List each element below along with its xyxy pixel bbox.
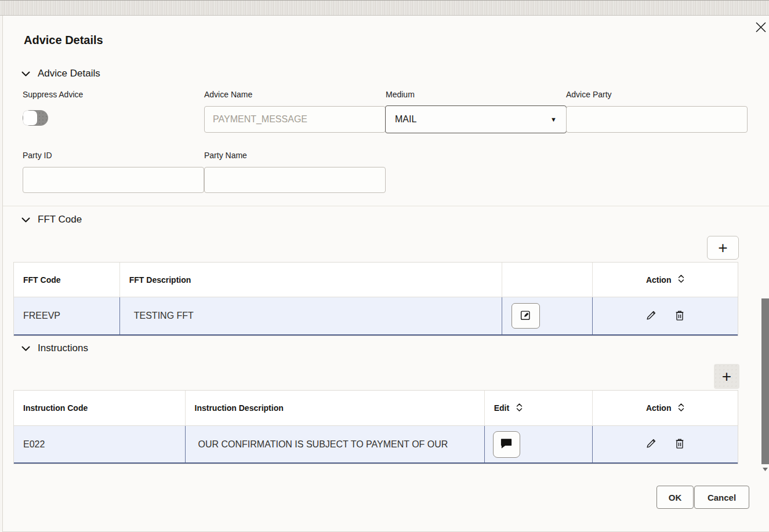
- section-divider: [3, 206, 769, 206]
- section-title: Advice Details: [38, 68, 100, 79]
- medium-selected-value: MAIL: [395, 114, 416, 125]
- party-id-input[interactable]: [23, 167, 204, 193]
- fft-edit-note-button[interactable]: [512, 303, 540, 329]
- chevron-down-icon: [21, 346, 30, 351]
- action-header-label: Action: [646, 275, 672, 285]
- fft-description-cell: TESTING FFT: [120, 297, 502, 334]
- cancel-button[interactable]: Cancel: [694, 486, 749, 509]
- advice-details-modal: Advice Details Advice Details Suppress A…: [2, 16, 769, 532]
- instruction-comment-button[interactable]: [493, 431, 520, 458]
- instruction-action-cell: [593, 426, 738, 462]
- instruction-code-column-header: Instruction Code: [14, 391, 186, 425]
- medium-label: Medium: [386, 90, 415, 99]
- advice-party-label: Advice Party: [566, 90, 612, 99]
- edit-header-label: Edit: [494, 403, 509, 413]
- edit-note-icon: [519, 309, 532, 323]
- fft-table-header: FFT Code FFT Description Action: [14, 263, 738, 297]
- trash-icon: [674, 309, 685, 323]
- fft-table: FFT Code FFT Description Action FREEVP T…: [13, 262, 738, 336]
- modal-title: Advice Details: [24, 34, 103, 47]
- instruction-row-edit-button[interactable]: [645, 437, 658, 451]
- section-header-instructions[interactable]: Instructions: [21, 342, 88, 354]
- scrollbar-down-arrow[interactable]: [761, 464, 769, 472]
- advice-party-input[interactable]: [566, 106, 748, 133]
- fft-description-column-header: FFT Description: [120, 263, 502, 297]
- fft-code-cell: FREEVP: [14, 297, 120, 334]
- fft-table-row: FREEVP TESTING FFT: [14, 297, 738, 336]
- section-header-fft-code[interactable]: FFT Code: [21, 214, 82, 225]
- ok-button[interactable]: OK: [656, 486, 694, 509]
- fft-action-column-header[interactable]: Action: [593, 263, 738, 297]
- instruction-edit-cell: [485, 426, 593, 462]
- arrow-down-icon: [763, 463, 768, 473]
- instructions-table: Instruction Code Instruction Description…: [13, 390, 738, 464]
- instruction-description-column-header: Instruction Description: [186, 391, 485, 425]
- pencil-icon: [645, 309, 658, 323]
- instruction-edit-column-header[interactable]: Edit: [485, 391, 593, 425]
- toggle-knob: [23, 111, 37, 125]
- comment-icon: [500, 438, 513, 451]
- section-title: Instructions: [38, 342, 88, 354]
- plus-icon: +: [722, 369, 731, 385]
- page-backdrop: [0, 0, 769, 16]
- chevron-down-icon: [21, 71, 30, 76]
- plus-icon: +: [718, 240, 727, 256]
- advice-details-screen: Advice Details Advice Details Suppress A…: [0, 0, 769, 532]
- advice-name-label: Advice Name: [204, 90, 252, 99]
- sort-icon[interactable]: [678, 403, 684, 414]
- party-name-label: Party Name: [204, 151, 247, 160]
- suppress-advice-label: Suppress Advice: [23, 90, 83, 99]
- dropdown-caret-icon: ▼: [550, 116, 557, 123]
- fft-code-column-header: FFT Code: [14, 263, 120, 297]
- section-title: FFT Code: [38, 214, 82, 225]
- fft-edit-column-header: [502, 263, 593, 297]
- instruction-description-cell: OUR CONFIRMATION IS SUBJECT TO PAYMENT O…: [186, 426, 485, 462]
- chevron-down-icon: [21, 217, 30, 223]
- action-header-label: Action: [646, 403, 672, 413]
- close-button[interactable]: [753, 20, 769, 36]
- section-header-advice-details[interactable]: Advice Details: [21, 68, 100, 79]
- pencil-icon: [645, 437, 658, 451]
- fft-add-button[interactable]: +: [707, 236, 739, 260]
- party-id-label: Party ID: [23, 151, 52, 160]
- vertical-scrollbar-thumb[interactable]: [761, 298, 769, 464]
- fft-row-edit-button[interactable]: [645, 309, 658, 323]
- instructions-table-row: E022 OUR CONFIRMATION IS SUBJECT TO PAYM…: [14, 425, 738, 464]
- instruction-code-cell: E022: [14, 426, 186, 462]
- instructions-add-button[interactable]: +: [714, 364, 739, 389]
- fft-action-cell: [593, 297, 738, 334]
- instruction-action-column-header[interactable]: Action: [593, 391, 738, 425]
- advice-name-input[interactable]: [204, 106, 386, 133]
- fft-row-delete-button[interactable]: [674, 309, 685, 323]
- suppress-advice-toggle[interactable]: [23, 110, 48, 126]
- close-icon: [755, 21, 767, 35]
- instruction-row-delete-button[interactable]: [674, 437, 685, 451]
- medium-select[interactable]: MAIL ▼: [385, 105, 567, 133]
- sort-icon[interactable]: [678, 274, 684, 285]
- party-name-input[interactable]: [204, 167, 386, 193]
- fft-edit-cell: [502, 297, 593, 334]
- instructions-table-header: Instruction Code Instruction Description…: [14, 391, 738, 425]
- trash-icon: [674, 437, 685, 451]
- sort-icon[interactable]: [516, 403, 523, 414]
